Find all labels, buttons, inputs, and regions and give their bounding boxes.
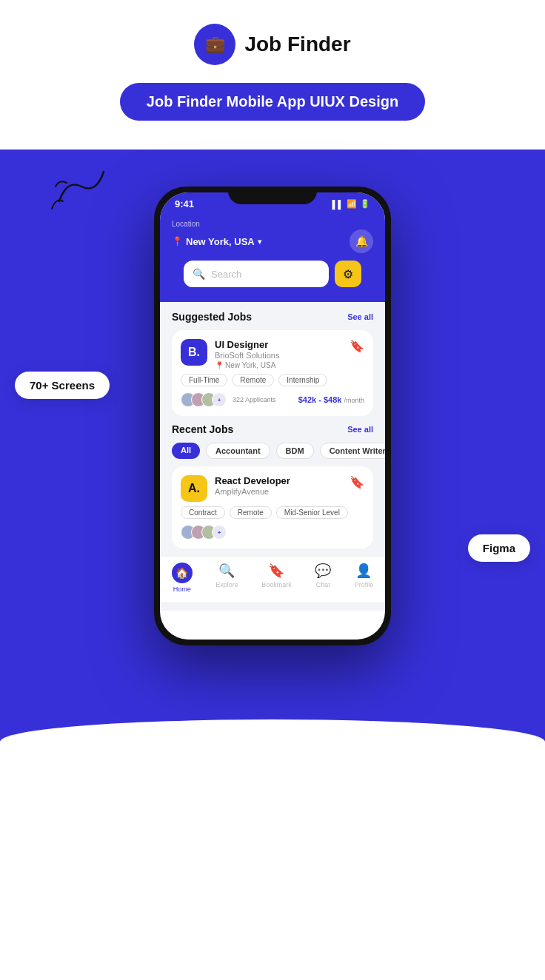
nav-chat-icon: 💬 bbox=[315, 563, 331, 579]
tag-remote: Remote bbox=[232, 374, 274, 386]
avatar-plus: + bbox=[212, 392, 227, 407]
job-card-top-2: A. React Developer AmplifyAvenue 🔖 bbox=[181, 475, 364, 502]
nav-home[interactable]: 🏠 Home bbox=[172, 563, 193, 593]
tag-remote-2: Remote bbox=[230, 506, 272, 519]
wifi-icon: 📶 bbox=[347, 199, 357, 209]
recent-jobs-title: Recent Jobs bbox=[172, 423, 233, 435]
company-name: BrioSoft Solutions bbox=[215, 351, 350, 360]
location-pin-icon: 📍 bbox=[172, 236, 183, 246]
search-row: 🔍 Search ⚙ bbox=[172, 261, 373, 287]
suggested-jobs-title: Suggested Jobs bbox=[172, 311, 252, 323]
app-title: Job Finder bbox=[244, 33, 350, 56]
company-name-2: AmplifyAvenue bbox=[215, 487, 350, 496]
status-icons: ▌▌ 📶 🔋 bbox=[332, 199, 370, 209]
phone-body: Suggested Jobs See all B. UI Designer Br… bbox=[160, 302, 385, 611]
battery-icon: 🔋 bbox=[360, 199, 370, 209]
nav-bookmark-label: Bookmark bbox=[261, 581, 292, 588]
avatar-group: + bbox=[181, 392, 227, 407]
nav-bookmark[interactable]: 🔖 Bookmark bbox=[261, 563, 292, 593]
location-value: New York, USA bbox=[186, 236, 255, 247]
main-wrapper: 💼 Job Finder Job Finder Mobile App UIUX … bbox=[0, 0, 545, 823]
job-card-top: B. UI Designer BrioSoft Solutions 📍 New … bbox=[181, 339, 364, 369]
avatar-group-2: + bbox=[181, 525, 227, 540]
location-pin-small-icon: 📍 bbox=[215, 361, 224, 369]
recent-jobs-header: Recent Jobs See all bbox=[160, 423, 385, 435]
filter-icon: ⚙ bbox=[343, 267, 353, 281]
app-logo-row: 💼 Job Finder bbox=[194, 24, 350, 65]
suggested-jobs-header: Suggested Jobs See all bbox=[160, 311, 385, 323]
tag-fulltime: Full-Time bbox=[181, 374, 227, 386]
squiggle-decoration bbox=[44, 164, 118, 219]
notification-bell-button[interactable]: 🔔 bbox=[350, 229, 373, 253]
job-card-react-developer[interactable]: A. React Developer AmplifyAvenue 🔖 Contr… bbox=[172, 466, 373, 548]
search-input-wrap[interactable]: 🔍 Search bbox=[184, 261, 329, 287]
nav-chat-label: Chat bbox=[316, 581, 330, 588]
bottom-white-space bbox=[0, 764, 545, 823]
phone-header: Location 📍 New York, USA ▾ 🔔 bbox=[160, 212, 385, 302]
nav-explore-icon: 🔍 bbox=[218, 563, 235, 579]
job-location: 📍 New York, USA bbox=[215, 361, 350, 369]
bookmark-icon[interactable]: 🔖 bbox=[350, 339, 364, 353]
nav-profile[interactable]: 👤 Profile bbox=[355, 563, 374, 593]
job-tags-2: Contract Remote Mid-Senior Level bbox=[181, 506, 364, 519]
location-text[interactable]: 📍 New York, USA ▾ bbox=[172, 236, 261, 247]
amplify-logo: A. bbox=[181, 475, 207, 502]
tag-midsenior: Mid-Senior Level bbox=[276, 506, 348, 519]
status-time: 9:41 bbox=[175, 198, 194, 209]
nav-explore-label: Explore bbox=[215, 581, 238, 588]
phone-notch bbox=[228, 187, 317, 204]
nav-home-label: Home bbox=[173, 585, 191, 593]
nav-chat[interactable]: 💬 Chat bbox=[315, 563, 331, 593]
bottom-nav: 🏠 Home 🔍 Explore 🔖 Bookmark bbox=[160, 556, 385, 602]
filter-tab-content-writer[interactable]: Content Writer bbox=[320, 443, 385, 459]
filter-tab-all[interactable]: All bbox=[172, 443, 200, 459]
job-tags: Full-Time Remote Internship bbox=[181, 374, 364, 386]
nav-profile-icon: 👤 bbox=[355, 563, 372, 579]
applicants-row-2: + bbox=[181, 525, 227, 540]
filter-tab-accountant[interactable]: Accountant bbox=[206, 443, 270, 459]
tag-contract: Contract bbox=[181, 506, 225, 519]
filter-tab-bdm[interactable]: BDM bbox=[276, 443, 314, 459]
applicants-row: + 322 Applicants bbox=[181, 392, 276, 407]
nav-bookmark-icon: 🔖 bbox=[268, 563, 284, 579]
top-section: 💼 Job Finder Job Finder Mobile App UIUX … bbox=[0, 0, 545, 150]
job-footer: + 322 Applicants $42k - $48k /month bbox=[181, 392, 364, 407]
suggested-see-all[interactable]: See all bbox=[347, 312, 373, 321]
salary-period: /month bbox=[344, 397, 364, 404]
screens-badge: 70+ Screens bbox=[15, 372, 110, 399]
phone-scene: 70+ Screens Figma 9:41 ▌▌ 📶 🔋 bbox=[0, 164, 545, 719]
job-footer-2: + bbox=[181, 525, 364, 540]
phone-screen: 9:41 ▌▌ 📶 🔋 Location 📍 bbox=[160, 192, 385, 640]
blue-background: 70+ Screens Figma 9:41 ▌▌ 📶 🔋 bbox=[0, 150, 545, 764]
location-chevron-icon: ▾ bbox=[258, 238, 261, 246]
recent-jobs-section: Recent Jobs See all All Accountant BDM C… bbox=[160, 423, 385, 548]
signal-icon: ▌▌ bbox=[332, 200, 344, 209]
salary: $42k - $48k /month bbox=[298, 395, 364, 404]
filter-tabs: All Accountant BDM Content Writer bbox=[160, 443, 385, 459]
briosoft-logo: B. bbox=[181, 339, 207, 366]
bookmark-icon-2[interactable]: 🔖 bbox=[350, 475, 364, 489]
job-card-ui-designer[interactable]: B. UI Designer BrioSoft Solutions 📍 New … bbox=[172, 330, 373, 416]
search-icon: 🔍 bbox=[193, 268, 205, 280]
nav-home-icon: 🏠 bbox=[172, 563, 193, 583]
nav-profile-label: Profile bbox=[355, 581, 374, 588]
avatar-plus-2: + bbox=[212, 525, 227, 540]
bottom-wave bbox=[0, 719, 545, 764]
filter-button[interactable]: ⚙ bbox=[335, 261, 361, 287]
figma-badge: Figma bbox=[468, 534, 530, 562]
job-title-2: React Developer bbox=[215, 475, 350, 486]
headline-badge: Job Finder Mobile App UIUX Design bbox=[120, 83, 425, 121]
app-logo-icon: 💼 bbox=[194, 24, 235, 65]
job-info: UI Designer BrioSoft Solutions 📍 New Yor… bbox=[215, 339, 350, 369]
applicant-count: 322 Applicants bbox=[233, 396, 276, 403]
phone-frame: 9:41 ▌▌ 📶 🔋 Location 📍 bbox=[154, 187, 391, 645]
location-label: Location bbox=[172, 220, 373, 228]
job-info-2: React Developer AmplifyAvenue bbox=[215, 475, 350, 496]
job-title: UI Designer bbox=[215, 339, 350, 350]
nav-explore[interactable]: 🔍 Explore bbox=[215, 563, 238, 593]
tag-internship: Internship bbox=[278, 374, 327, 386]
search-placeholder: Search bbox=[211, 269, 241, 280]
recent-see-all[interactable]: See all bbox=[347, 425, 373, 434]
location-row: 📍 New York, USA ▾ 🔔 bbox=[172, 229, 373, 253]
